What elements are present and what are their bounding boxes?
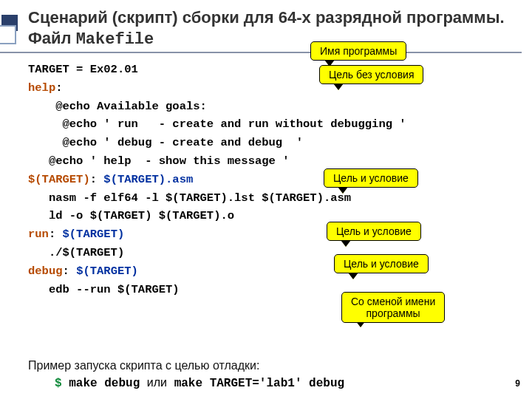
- code-line-5: @echo ' debug - create and debug ': [28, 136, 303, 149]
- dep-debug: $(TARGET): [76, 265, 138, 278]
- callout-target-no-cond: Цель без условия: [319, 65, 423, 84]
- code-line-9: ld -o $(TARGET) $(TARGET).o: [28, 209, 234, 222]
- code-line-13: edb --run $(TARGET): [28, 283, 180, 296]
- title-filename: Makefile: [76, 30, 154, 49]
- prompt-dollar: $: [55, 377, 62, 390]
- target-debug: debug: [28, 265, 63, 278]
- title-rule: [0, 52, 522, 53]
- cmd-or: или: [147, 376, 167, 389]
- dep-run: $(TARGET): [63, 228, 125, 241]
- code-line-6: @echo ' help - show this message ': [28, 154, 289, 168]
- callout-rename: Со сменой имени программы: [341, 292, 445, 323]
- page-number: 9: [515, 378, 520, 389]
- callout-target-cond-2: Цель и условие: [327, 222, 421, 241]
- callout-target-cond-1: Цель и условие: [324, 168, 418, 188]
- code-line-1: TARGET = Ex02.01: [28, 63, 138, 76]
- code-line-8: nasm -f elf64 -l $(TARGET).lst $(TARGET)…: [28, 191, 351, 205]
- dep-asm: $(TARGET).asm: [103, 173, 193, 186]
- target-run: run: [28, 228, 49, 241]
- target-help: help: [28, 81, 55, 95]
- example-command: $ make debug или make TARGET='lab1' debu…: [55, 376, 344, 390]
- callout-rename-line1: Со сменой имени: [351, 296, 435, 307]
- code-line-3: @echo Available goals:: [28, 100, 207, 113]
- callout-target-cond-3: Цель и условие: [334, 254, 429, 273]
- callout-program-name: Имя программы: [310, 41, 406, 61]
- code-line-4: @echo ' run - create and run without deb…: [28, 117, 406, 131]
- makefile-code: TARGET = Ex02.01 help: @echo Available g…: [28, 61, 520, 299]
- cmd-a: make debug: [62, 377, 147, 390]
- example-caption: Пример запуска скрипта с целью отладки:: [28, 359, 259, 372]
- code-line-11: ./$(TARGET): [28, 246, 124, 259]
- target-main: $(TARGET): [28, 173, 90, 186]
- slide-title: Сценарий (скрипт) сборки для 64-х разряд…: [28, 7, 517, 50]
- callout-rename-line2: программы: [366, 307, 420, 319]
- slide-logo: [0, 15, 19, 46]
- cmd-b: make TARGET='lab1' debug: [167, 377, 344, 390]
